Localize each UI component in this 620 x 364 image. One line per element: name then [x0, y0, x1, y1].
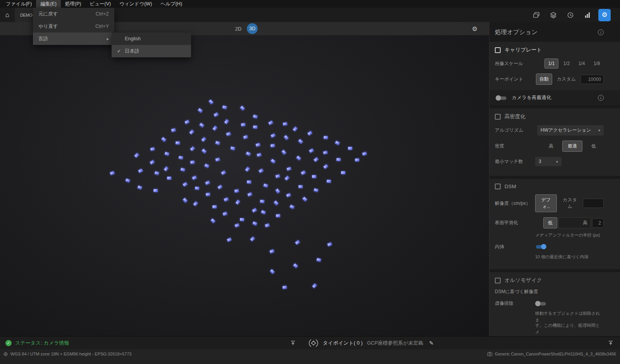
check-icon: ✓	[117, 48, 125, 54]
camera-marker	[164, 151, 169, 156]
menu-item-japanese[interactable]: ✓ 日本語	[112, 45, 191, 57]
menu-file[interactable]: ファイル(F)	[2, 0, 36, 8]
camera-marker	[193, 201, 198, 206]
camera-marker	[286, 193, 291, 197]
menu-window[interactable]: ウィンドウ(W)	[115, 0, 156, 8]
camera-marker	[301, 170, 306, 175]
camera-marker	[265, 223, 270, 227]
interpolation-toggle[interactable]	[535, 244, 547, 250]
camera-marker	[323, 164, 329, 169]
camera-marker	[230, 146, 235, 151]
camera-marker	[282, 285, 287, 289]
density-optimal-option[interactable]: 最適	[562, 141, 582, 152]
density-high-option[interactable]: 高	[541, 141, 561, 152]
view-2d-toggle[interactable]: 2D	[231, 24, 246, 33]
camera-marker	[284, 135, 289, 140]
camera-marker	[149, 160, 155, 165]
keypoints-input[interactable]	[580, 75, 604, 84]
viewport-3d[interactable]: 2D 3D ⚙	[0, 22, 489, 336]
scale-option-1-4[interactable]: 1/4	[575, 58, 589, 69]
menu-edit[interactable]: 編集(E)	[36, 0, 61, 8]
info-icon[interactable]: i	[598, 29, 604, 35]
english-label: English	[125, 36, 141, 41]
camera-marker	[313, 188, 319, 192]
submenu-arrow-icon: ▸	[107, 36, 109, 41]
camera-marker	[224, 197, 229, 202]
scale-option-1-2[interactable]: 1/2	[560, 58, 574, 69]
home-button[interactable]: ⌂	[0, 8, 15, 22]
camera-marker	[134, 153, 139, 158]
view-3d-toggle[interactable]: 3D	[247, 23, 258, 34]
crs-info: WGS 84 / UTM zone 18N + EGM96 height - E…	[3, 351, 131, 357]
ghost-removal-toggle[interactable]	[535, 300, 547, 307]
orthomosaic-checkbox[interactable]	[495, 278, 501, 283]
status-bar: ✓ ステータス: カメラ情報 タイポイント( 0 ) GCP座標参照系が未定義 …	[0, 336, 620, 349]
viewport-settings-icon[interactable]: ⚙	[472, 25, 477, 33]
camera-marker	[275, 174, 280, 179]
camera-marker	[150, 147, 155, 151]
camera-marker	[268, 120, 273, 125]
smoothing-low-option[interactable]: 低	[543, 217, 557, 228]
settings-button-active[interactable]: ⚙	[598, 9, 611, 21]
keypoints-custom-option[interactable]: カスタム	[553, 74, 579, 85]
menu-item-redo[interactable]: やり直す Ctrl+Y	[33, 20, 114, 33]
camera-marker	[155, 171, 160, 175]
toolbar-icons: ⚙	[530, 9, 611, 21]
camera-marker	[178, 156, 183, 160]
camera-marker	[217, 185, 223, 190]
camera-marker	[348, 147, 352, 150]
menu-help[interactable]: ヘルプ(H)	[156, 0, 186, 8]
menu-item-english[interactable]: English	[112, 33, 191, 45]
camera-marker	[202, 148, 207, 153]
camera-marker	[263, 183, 268, 187]
densify-checkbox[interactable]	[495, 114, 501, 120]
caret-down-icon: ▾	[598, 128, 600, 132]
camera-marker	[316, 258, 321, 262]
menu-view[interactable]: ビュー(V)	[85, 0, 115, 8]
layers-icon[interactable]	[547, 9, 560, 21]
camera-marker	[293, 263, 298, 268]
camera-marker	[190, 146, 195, 151]
resolution-default-option[interactable]: デフォ..	[535, 194, 557, 212]
menu-process[interactable]: 処理(P)	[61, 0, 86, 8]
resolution-custom-option[interactable]: カスタム	[558, 194, 582, 212]
camera-marker	[323, 151, 328, 155]
smoothing-radius-input[interactable]	[592, 218, 604, 228]
language-submenu: English ✓ 日本語	[112, 33, 191, 57]
edit-pencil-icon[interactable]: ✎	[429, 340, 434, 346]
chart-icon[interactable]	[581, 9, 594, 21]
resolution-input[interactable]	[583, 199, 604, 208]
min-matches-select[interactable]: 3 ▾	[535, 157, 561, 166]
camera-marker	[182, 182, 188, 187]
camera-marker	[253, 115, 258, 119]
menu-item-undo[interactable]: 元に戻す Ctrl+Z	[33, 8, 114, 20]
camera-marker	[240, 106, 245, 111]
images-icon[interactable]	[530, 9, 542, 21]
panel-title: 処理オプション	[495, 28, 537, 36]
menu-item-language[interactable]: 言語 ▸	[33, 33, 114, 45]
scale-option-1-1[interactable]: 1/1	[544, 58, 558, 69]
collapse-panel-icon[interactable]	[290, 340, 296, 346]
algorithm-select[interactable]: HWアクセラレーション ▾	[537, 125, 604, 136]
tiepoint-icon[interactable]	[308, 338, 319, 348]
smoothing-high-option[interactable]: 高	[558, 217, 591, 228]
camera-marker	[312, 175, 316, 178]
camera-marker	[312, 283, 317, 288]
camera-marker	[245, 167, 250, 172]
history-icon[interactable]	[564, 9, 577, 21]
camera-marker	[184, 120, 189, 124]
keypoints-auto-option[interactable]: 自動	[536, 74, 552, 85]
camera-markers	[0, 22, 489, 336]
reoptimize-toggle[interactable]	[496, 95, 507, 101]
collapse-panel-icon-right[interactable]	[608, 340, 614, 346]
tiepoint-count[interactable]: タイポイント( 0 )	[323, 340, 363, 347]
camera-marker	[289, 204, 294, 209]
camera-marker	[212, 125, 217, 131]
reoptimize-info-icon[interactable]: i	[598, 95, 604, 101]
camera-marker	[327, 242, 332, 247]
calibrate-label: キャリブレート	[505, 46, 542, 53]
dsm-checkbox[interactable]	[495, 184, 501, 189]
density-low-option[interactable]: 低	[584, 141, 604, 152]
calibrate-checkbox[interactable]	[495, 47, 501, 53]
scale-option-1-8[interactable]: 1/8	[590, 58, 604, 69]
